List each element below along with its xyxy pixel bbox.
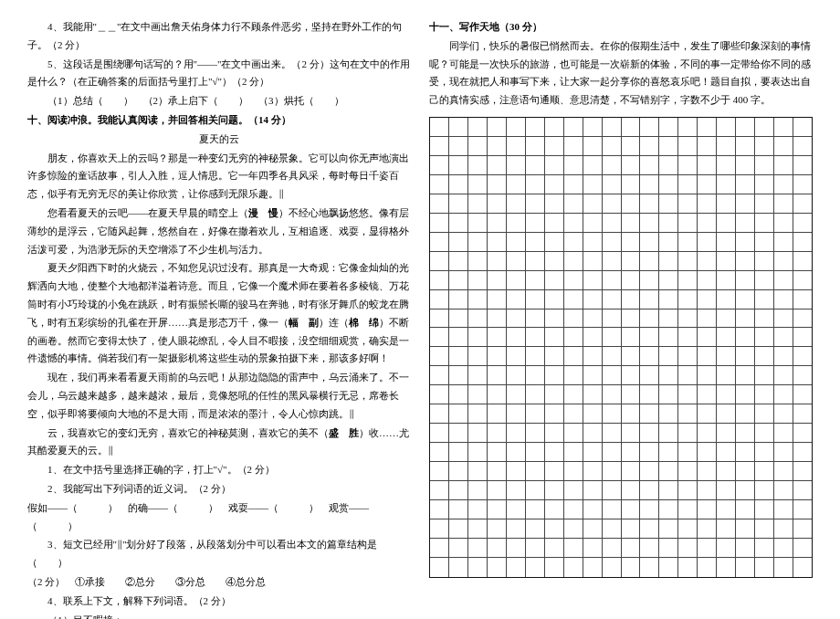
grid-cell[interactable]	[755, 194, 774, 214]
grid-cell[interactable]	[468, 443, 488, 462]
grid-cell[interactable]	[678, 233, 698, 252]
grid-cell[interactable]	[507, 519, 526, 539]
grid-cell[interactable]	[755, 481, 774, 500]
grid-cell[interactable]	[717, 519, 736, 539]
grid-cell[interactable]	[507, 385, 526, 404]
grid-cell[interactable]	[507, 539, 526, 558]
grid-cell[interactable]	[545, 137, 564, 156]
grid-cell[interactable]	[736, 137, 755, 156]
grid-cell[interactable]	[622, 118, 641, 137]
grid-cell[interactable]	[698, 252, 717, 271]
grid-cell[interactable]	[793, 118, 812, 137]
grid-cell[interactable]	[659, 194, 678, 214]
grid-cell[interactable]	[430, 462, 449, 481]
grid-cell[interactable]	[793, 366, 812, 385]
grid-cell[interactable]	[545, 214, 564, 233]
grid-cell[interactable]	[678, 404, 698, 424]
grid-cell[interactable]	[698, 481, 717, 500]
grid-cell[interactable]	[545, 558, 564, 577]
grid-cell[interactable]	[793, 233, 812, 252]
grid-cell[interactable]	[526, 443, 545, 462]
grid-cell[interactable]	[659, 385, 678, 404]
grid-cell[interactable]	[507, 462, 526, 481]
grid-cell[interactable]	[793, 214, 812, 233]
grid-cell[interactable]	[488, 233, 507, 252]
grid-cell[interactable]	[678, 310, 698, 329]
grid-cell[interactable]	[564, 424, 583, 443]
grid-cell[interactable]	[640, 214, 659, 233]
grid-cell[interactable]	[622, 424, 641, 443]
grid-cell[interactable]	[583, 137, 603, 156]
grid-cell[interactable]	[449, 328, 468, 347]
grid-cell[interactable]	[526, 271, 545, 290]
grid-cell[interactable]	[659, 481, 678, 500]
grid-cell[interactable]	[755, 271, 774, 290]
grid-cell[interactable]	[659, 424, 678, 443]
grid-cell[interactable]	[622, 310, 641, 329]
grid-cell[interactable]	[659, 404, 678, 424]
grid-cell[interactable]	[659, 252, 678, 271]
grid-cell[interactable]	[698, 328, 717, 347]
grid-cell[interactable]	[774, 443, 793, 462]
grid-cell[interactable]	[545, 290, 564, 310]
grid-cell[interactable]	[564, 271, 583, 290]
grid-cell[interactable]	[755, 328, 774, 347]
grid-cell[interactable]	[507, 156, 526, 175]
grid-cell[interactable]	[430, 214, 449, 233]
grid-cell[interactable]	[678, 500, 698, 519]
grid-cell[interactable]	[507, 404, 526, 424]
grid-cell[interactable]	[488, 404, 507, 424]
grid-cell[interactable]	[545, 347, 564, 366]
grid-cell[interactable]	[545, 233, 564, 252]
grid-cell[interactable]	[449, 175, 468, 194]
grid-cell[interactable]	[583, 271, 603, 290]
grid-cell[interactable]	[583, 347, 603, 366]
grid-cell[interactable]	[736, 328, 755, 347]
grid-cell[interactable]	[678, 519, 698, 539]
grid-cell[interactable]	[755, 156, 774, 175]
grid-cell[interactable]	[678, 214, 698, 233]
grid-cell[interactable]	[622, 290, 641, 310]
grid-cell[interactable]	[449, 347, 468, 366]
grid-cell[interactable]	[603, 156, 622, 175]
grid-cell[interactable]	[488, 310, 507, 329]
grid-cell[interactable]	[698, 366, 717, 385]
grid-cell[interactable]	[583, 366, 603, 385]
grid-cell[interactable]	[564, 175, 583, 194]
grid-cell[interactable]	[488, 175, 507, 194]
grid-cell[interactable]	[622, 214, 641, 233]
grid-cell[interactable]	[755, 462, 774, 481]
grid-cell[interactable]	[507, 310, 526, 329]
grid-cell[interactable]	[526, 347, 545, 366]
grid-cell[interactable]	[449, 194, 468, 214]
grid-cell[interactable]	[583, 290, 603, 310]
grid-cell[interactable]	[717, 233, 736, 252]
grid-cell[interactable]	[526, 404, 545, 424]
grid-cell[interactable]	[545, 385, 564, 404]
grid-cell[interactable]	[755, 519, 774, 539]
grid-cell[interactable]	[736, 118, 755, 137]
grid-cell[interactable]	[468, 271, 488, 290]
grid-cell[interactable]	[774, 462, 793, 481]
grid-cell[interactable]	[755, 233, 774, 252]
grid-cell[interactable]	[449, 558, 468, 577]
grid-cell[interactable]	[640, 156, 659, 175]
grid-cell[interactable]	[430, 500, 449, 519]
grid-cell[interactable]	[468, 462, 488, 481]
grid-cell[interactable]	[698, 424, 717, 443]
grid-cell[interactable]	[698, 443, 717, 462]
grid-cell[interactable]	[488, 462, 507, 481]
grid-cell[interactable]	[755, 214, 774, 233]
grid-cell[interactable]	[698, 214, 717, 233]
grid-cell[interactable]	[468, 118, 488, 137]
grid-cell[interactable]	[564, 558, 583, 577]
grid-cell[interactable]	[774, 271, 793, 290]
grid-cell[interactable]	[698, 558, 717, 577]
grid-cell[interactable]	[678, 328, 698, 347]
grid-cell[interactable]	[659, 347, 678, 366]
grid-cell[interactable]	[755, 310, 774, 329]
grid-cell[interactable]	[774, 214, 793, 233]
grid-cell[interactable]	[603, 233, 622, 252]
grid-cell[interactable]	[449, 252, 468, 271]
grid-cell[interactable]	[468, 481, 488, 500]
